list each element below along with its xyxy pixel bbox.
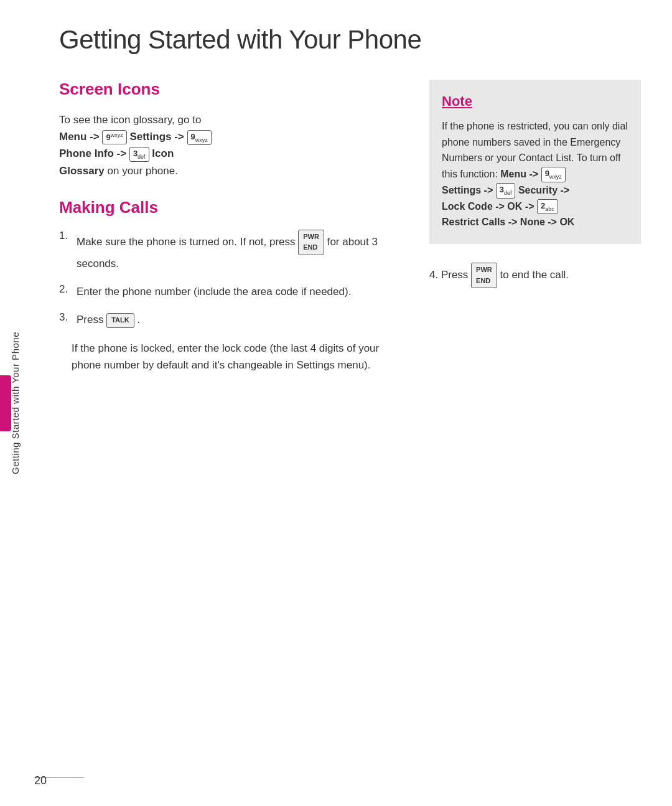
- key-9wxyz-2: 9wxyz: [187, 130, 212, 145]
- side-tab-text: Getting Started with Your Phone: [10, 332, 21, 474]
- note-heading: Note: [442, 93, 628, 110]
- step-1: 1. Make sure the phone is turned on. If …: [59, 230, 404, 272]
- talk-key: TALK: [106, 313, 134, 328]
- left-column: Screen Icons To see the icon glossary, g…: [59, 80, 404, 373]
- step-2: 2. Enter the phone number (include the a…: [59, 283, 404, 300]
- phone-info-text: Phone Info ->: [59, 148, 126, 159]
- on-your-phone-text: on your phone.: [108, 165, 178, 177]
- note-restrict: Restrict Calls -> None -> OK: [442, 217, 574, 227]
- page-container: Getting Started with Your Phone Getting …: [0, 0, 672, 806]
- step-3: 3. Press TALK .: [59, 311, 404, 328]
- glossary-text: Glossary: [59, 165, 105, 177]
- step-4: 4. Press PWREND to end the call.: [429, 263, 641, 288]
- step-3-number: 3.: [59, 311, 72, 324]
- step-2-text: Enter the phone number (include the area…: [77, 283, 351, 300]
- locked-phone-note: If the phone is locked, enter the lock c…: [72, 340, 404, 373]
- step-2-number: 2.: [59, 283, 72, 296]
- screen-icons-body: To see the icon glossary, go to Menu -> …: [59, 111, 404, 179]
- note-box: Note If the phone is restricted, you can…: [429, 80, 641, 244]
- note-body: If the phone is restricted, you can only…: [442, 118, 628, 230]
- key-3def: 3def: [129, 147, 149, 162]
- note-key-9wxyz: 9wxyz: [541, 167, 566, 182]
- right-column: Note If the phone is restricted, you can…: [429, 80, 641, 288]
- pwr-end-key-1: PWREND: [298, 230, 324, 255]
- note-menu: Menu ->: [500, 169, 538, 179]
- two-col-layout: Screen Icons To see the icon glossary, g…: [59, 80, 641, 373]
- key-9wxyz-1: 9wxyz: [102, 130, 126, 145]
- menu-text: Menu ->: [59, 131, 100, 143]
- step-3-text: Press TALK .: [77, 311, 140, 328]
- note-security: Security ->: [518, 185, 569, 195]
- pwr-end-key-2: PWREND: [471, 263, 497, 288]
- page-title: Getting Started with Your Phone: [59, 25, 641, 55]
- main-content: Getting Started with Your Phone Screen I…: [34, 0, 672, 806]
- page-number: 20: [34, 774, 47, 787]
- note-key-3def: 3def: [496, 183, 516, 198]
- note-settings: Settings ->: [442, 185, 493, 195]
- icon-text: Icon: [152, 148, 174, 159]
- making-calls-heading: Making Calls: [59, 198, 404, 217]
- screen-icons-section: Screen Icons To see the icon glossary, g…: [59, 80, 404, 179]
- settings-text: Settings ->: [129, 131, 184, 143]
- step-1-number: 1.: [59, 230, 72, 242]
- making-calls-section: Making Calls 1. Make sure the phone is t…: [59, 198, 404, 373]
- side-tab: Getting Started with Your Phone: [0, 0, 30, 806]
- screen-icons-heading: Screen Icons: [59, 80, 404, 99]
- note-lockcode: Lock Code -> OK ->: [442, 201, 534, 212]
- note-key-2abc: 2abc: [537, 199, 558, 214]
- page-footer: 20: [34, 774, 641, 787]
- step-1-text: Make sure the phone is turned on. If not…: [77, 230, 404, 272]
